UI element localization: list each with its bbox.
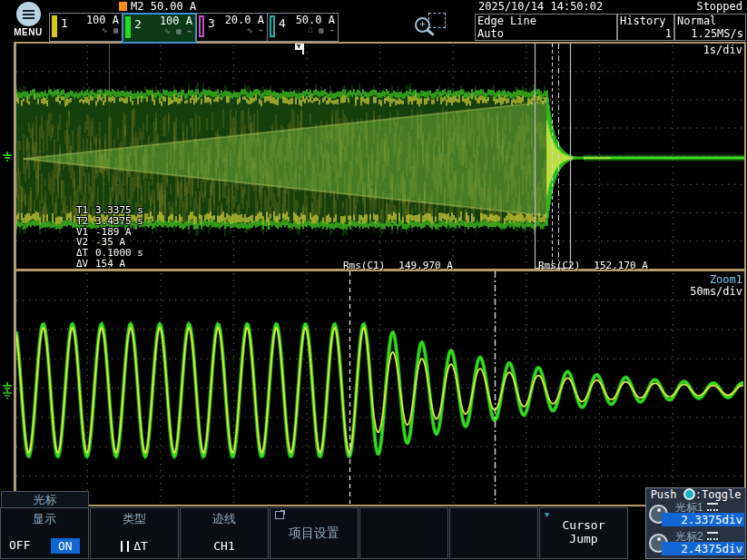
hamburger-icon — [16, 2, 41, 26]
channel-4-color-bar — [270, 15, 275, 37]
menu-type-box[interactable]: 类型 ΔT — [90, 507, 179, 559]
menu-item-settings-box[interactable]: 项目设置 — [270, 507, 359, 559]
knob-icon — [683, 488, 695, 500]
channel-1-coupling-icons: ∿ ▨ — [70, 26, 119, 34]
channel-3-coupling-icons: ∿ ⌁ — [217, 26, 264, 34]
menu-button[interactable]: MENU — [5, 2, 51, 37]
channel-1-number: 1 — [61, 16, 68, 30]
display-off-button[interactable]: OFF — [9, 538, 30, 552]
channel-1-scale: 100 A — [70, 14, 119, 26]
menu-button-label: MENU — [5, 27, 51, 37]
cursor2-linestyle-icon — [707, 532, 718, 540]
push-label: Push — [651, 488, 677, 501]
channel-3-scale: 20.0 A — [217, 14, 264, 26]
channel-4-number: 4 — [279, 16, 286, 30]
display-label: 显示 — [1, 511, 88, 527]
channel-1-box[interactable]: 1 100 A ∿ ▨ — [49, 13, 123, 42]
math-label: M2 50.00 A — [131, 0, 196, 13]
item-settings-label: 项目设置 — [270, 508, 358, 558]
acq-rate: 1.25MS/s — [677, 27, 743, 40]
datetime: 2025/10/14 14:50:02 — [478, 0, 603, 13]
zoom-timebase-label: 50ms/div — [676, 285, 742, 298]
channel-3-color-bar — [199, 15, 204, 37]
math-color-swatch — [119, 2, 127, 11]
dropdown-triangle-icon: ▼ — [545, 510, 549, 519]
math-channel-indicator[interactable]: M2 50.00 A — [119, 0, 196, 12]
channel-2-coupling-icons: ∿ ▨ ⌁ — [143, 27, 192, 35]
type-value: ΔT — [133, 539, 148, 553]
main-timebase-label: 1s/div — [683, 44, 742, 56]
cursor-measurements: T13.3375 s T23.4375 s V1-189 A V2-35 A Δ… — [76, 205, 143, 270]
menu-empty-box-1 — [359, 507, 448, 559]
run-status: Stopped — [663, 0, 742, 13]
acquisition-box[interactable]: Normal 1.25MS/s — [674, 14, 746, 41]
menu-empty-box-2 — [449, 507, 538, 559]
channel-4-box[interactable]: 4 50.0 A ⎍ ▨ ⌁ — [267, 13, 339, 42]
display-on-button[interactable]: ON — [51, 538, 80, 554]
channel-4-scale: 50.0 A — [288, 14, 335, 26]
knob-panel: Push :Toggle 光标1 2.3375div 光标2 2.4375div — [645, 487, 746, 559]
channel-2-box[interactable]: 2 100 A ∿ ▨ ⌁ — [122, 13, 197, 44]
cursor1-value[interactable]: 2.3375div — [662, 513, 744, 526]
trigger-type: Edge Line — [477, 15, 614, 27]
rms-c1-readout: Rms(C1)149.970 A — [343, 260, 453, 271]
channel-3-number: 3 — [208, 16, 215, 30]
cursor1-linestyle-icon — [707, 503, 718, 511]
trace-label: 迹线 — [181, 511, 268, 527]
channel-1-color-bar — [52, 15, 57, 37]
channel-3-box[interactable]: 3 20.0 A ∿ ⌁ — [196, 13, 268, 42]
cursor-jump-line1: Cursor — [540, 518, 627, 532]
menu-display-box: 显示 OFF ON — [0, 507, 89, 559]
type-label: 类型 — [91, 511, 178, 527]
cursor-style-icon — [121, 541, 124, 552]
acq-mode: Normal — [677, 15, 743, 27]
menu-trace-box[interactable]: 迹线 CH1 — [180, 507, 269, 559]
cursor2-value[interactable]: 2.4375div — [662, 542, 744, 555]
zoom-window-name: Zoom1 — [676, 273, 742, 286]
cursor-jump-line2: Jump — [540, 532, 627, 545]
waveform-canvas — [0, 0, 747, 560]
history-label: History — [620, 15, 672, 27]
toggle-label: :Toggle — [695, 488, 742, 501]
trace-value: CH1 — [181, 539, 268, 553]
tab-cursor[interactable]: 光标 — [1, 491, 89, 507]
menu-cursor-jump-box[interactable]: ▼ Cursor Jump — [539, 507, 628, 559]
channel-2-number: 2 — [134, 17, 142, 31]
trigger-mode: Auto — [477, 27, 614, 40]
history-value: 1 — [620, 27, 672, 40]
channel-4-coupling-icons: ⎍ ▨ ⌁ — [288, 26, 335, 34]
trigger-settings-box[interactable]: Edge Line Auto — [475, 14, 617, 41]
oscilloscope-screen: MENU M2 50.00 A 1 100 A ∿ ▨ 2 100 A ∿ ▨ … — [0, 0, 747, 560]
rms-c2-readout: Rms(C2)152.170 A — [538, 260, 648, 271]
history-box[interactable]: History 1 — [617, 14, 674, 41]
channel-2-color-bar — [125, 16, 131, 38]
channel-2-scale: 100 A — [143, 15, 192, 27]
zoom-search-icon[interactable]: + — [409, 13, 447, 40]
